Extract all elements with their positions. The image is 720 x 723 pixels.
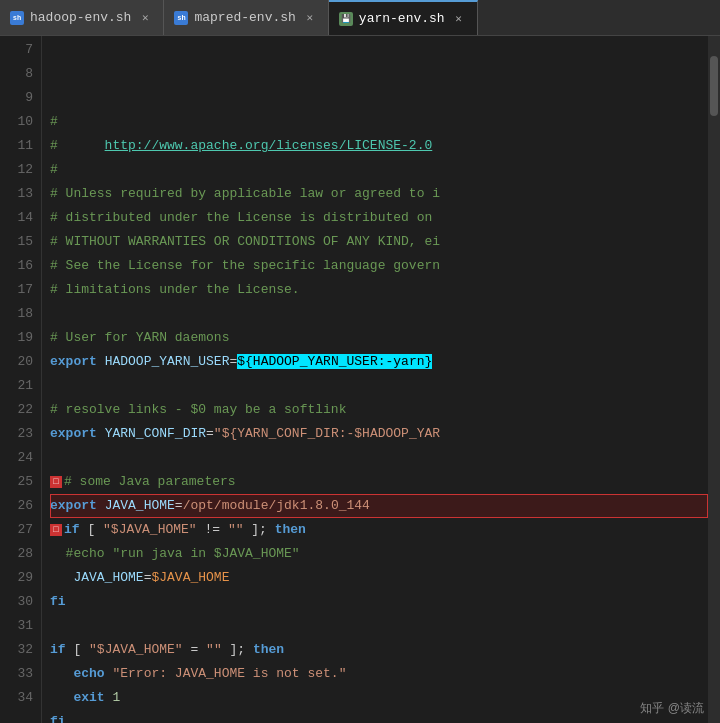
scrollbar-vertical[interactable]	[708, 36, 720, 723]
line-number: 21	[8, 374, 33, 398]
code-line: #	[50, 110, 708, 134]
code-line: if [ "$JAVA_HOME" = "" ]; then	[50, 638, 708, 662]
code-content[interactable]: ## http://www.apache.org/licenses/LICENS…	[42, 36, 708, 723]
line-number: 29	[8, 566, 33, 590]
code-line: □if [ "$JAVA_HOME" != "" ]; then	[50, 518, 708, 542]
code-line: export HADOOP_YARN_USER=${HADOOP_YARN_US…	[50, 350, 708, 374]
line-number: 28	[8, 542, 33, 566]
code-line: # distributed under the License is distr…	[50, 206, 708, 230]
line-number: 26	[8, 494, 33, 518]
tab-mapred-env[interactable]: sh mapred-env.sh ✕	[164, 0, 328, 35]
line-number: 19	[8, 326, 33, 350]
line-number: 34	[8, 686, 33, 710]
code-line: export JAVA_HOME=/opt/module/jdk1.8.0_14…	[50, 494, 708, 518]
editor-container: 7891011121314151617181920212223242526272…	[0, 36, 720, 723]
code-line: export YARN_CONF_DIR="${YARN_CONF_DIR:-$…	[50, 422, 708, 446]
line-number: 23	[8, 422, 33, 446]
code-line: fi	[50, 590, 708, 614]
scrollbar-thumb[interactable]	[710, 56, 718, 116]
tab-hadoop-env[interactable]: sh hadoop-env.sh ✕	[0, 0, 164, 35]
line-number: 33	[8, 662, 33, 686]
code-line: # User for YARN daemons	[50, 326, 708, 350]
line-number: 12	[8, 158, 33, 182]
line-number: 10	[8, 110, 33, 134]
code-line: # limitations under the License.	[50, 278, 708, 302]
tab-label: hadoop-env.sh	[30, 10, 131, 25]
code-line: □# some Java parameters	[50, 470, 708, 494]
line-number: 8	[8, 62, 33, 86]
code-line	[50, 374, 708, 398]
code-line: # Unless required by applicable law or a…	[50, 182, 708, 206]
line-number: 14	[8, 206, 33, 230]
file-icon: sh	[10, 11, 24, 25]
line-number: 18	[8, 302, 33, 326]
line-number: 9	[8, 86, 33, 110]
save-icon: 💾	[339, 12, 353, 26]
bookmark-icon: □	[50, 476, 62, 488]
code-line: #	[50, 158, 708, 182]
line-number: 27	[8, 518, 33, 542]
code-line: #echo "run java in $JAVA_HOME"	[50, 542, 708, 566]
code-line: fi	[50, 710, 708, 723]
line-number: 11	[8, 134, 33, 158]
tab-bar: sh hadoop-env.sh ✕ sh mapred-env.sh ✕ 💾 …	[0, 0, 720, 36]
code-line	[50, 302, 708, 326]
line-number: 16	[8, 254, 33, 278]
line-number: 30	[8, 590, 33, 614]
line-number: 24	[8, 446, 33, 470]
tab-label: yarn-env.sh	[359, 11, 445, 26]
line-number: 25	[8, 470, 33, 494]
line-number: 32	[8, 638, 33, 662]
code-line: JAVA_HOME=$JAVA_HOME	[50, 566, 708, 590]
line-number: 17	[8, 278, 33, 302]
line-number: 13	[8, 182, 33, 206]
code-line: # resolve links - $0 may be a softlink	[50, 398, 708, 422]
line-numbers: 7891011121314151617181920212223242526272…	[0, 36, 42, 723]
code-line: echo "Error: JAVA_HOME is not set."	[50, 662, 708, 686]
tab-label: mapred-env.sh	[194, 10, 295, 25]
code-line	[50, 446, 708, 470]
code-line: # WITHOUT WARRANTIES OR CONDITIONS OF AN…	[50, 230, 708, 254]
code-line: # See the License for the specific langu…	[50, 254, 708, 278]
tab-close-mapred[interactable]: ✕	[302, 10, 318, 26]
line-number: 31	[8, 614, 33, 638]
code-line	[50, 614, 708, 638]
line-number: 22	[8, 398, 33, 422]
tab-yarn-env[interactable]: 💾 yarn-env.sh ✕	[329, 0, 478, 35]
line-number: 20	[8, 350, 33, 374]
tab-close-hadoop[interactable]: ✕	[137, 10, 153, 26]
code-line: exit 1	[50, 686, 708, 710]
line-number: 7	[8, 38, 33, 62]
file-icon: sh	[174, 11, 188, 25]
bookmark-icon: □	[50, 524, 62, 536]
code-line: # http://www.apache.org/licenses/LICENSE…	[50, 134, 708, 158]
tab-close-yarn[interactable]: ✕	[451, 11, 467, 27]
line-number: 15	[8, 230, 33, 254]
